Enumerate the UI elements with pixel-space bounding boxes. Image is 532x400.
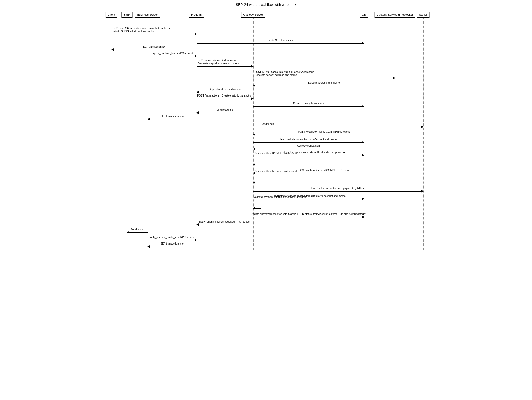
participant-fireblocks: Custody Service (Fireblocks) bbox=[374, 12, 415, 18]
participant-platform: Platform bbox=[189, 12, 204, 18]
participant-business: Business Server bbox=[135, 12, 160, 18]
lifeline-fireblocks bbox=[395, 18, 395, 250]
message-7: Deposit address and memo bbox=[197, 90, 253, 94]
message-26: notify_offchain_funds_sent RPC request bbox=[148, 238, 197, 242]
message-5: POST /v1/vault/accounts/{vaultId}/{asset… bbox=[253, 76, 395, 80]
message-2: SEP transaction ID bbox=[112, 48, 197, 51]
participant-stellar: Stellar bbox=[417, 12, 429, 18]
lifeline-business bbox=[148, 18, 148, 250]
message-0: POST /sep24/transactions/withdrawal/inte… bbox=[112, 32, 197, 36]
lifeline-bank bbox=[127, 18, 127, 250]
message-20: Find Stellar transaction and payment by … bbox=[253, 189, 423, 193]
lifeline-client bbox=[112, 18, 112, 250]
participant-bank: Bank bbox=[121, 12, 132, 18]
participant-client: Client bbox=[105, 12, 117, 18]
lifeline-stellar bbox=[423, 18, 424, 250]
message-8: POST /transactions - Create custody tran… bbox=[197, 97, 253, 100]
sequence-diagram: ClientBankBusiness ServerPlatformCustody… bbox=[104, 9, 428, 254]
participant-custody: Custody Server bbox=[241, 12, 265, 18]
message-15: Custody transaction bbox=[253, 147, 364, 151]
message-24: notify_onchain_funds_received RPC reques… bbox=[197, 223, 253, 227]
diagram-title: SEP-24 withdrawal flow with webhook bbox=[3, 3, 529, 7]
message-27: SEP transaction info bbox=[148, 245, 197, 248]
message-3: request_onchain_funds RPC request bbox=[148, 54, 197, 58]
message-6: Deposit address and memo bbox=[253, 84, 395, 88]
lifeline-platform bbox=[197, 18, 197, 250]
message-1: Create SEP transaction bbox=[197, 41, 364, 45]
message-13: POST /webhook - Send CONFIRMING event bbox=[253, 133, 395, 136]
message-11: SEP transaction info bbox=[148, 117, 197, 121]
message-10: Void response bbox=[197, 111, 253, 115]
message-4: POST /assets/{asset}/addresses - Generat… bbox=[197, 65, 253, 68]
message-25: Send funds bbox=[127, 231, 148, 234]
message-14: Find custody transaction by toAccount an… bbox=[253, 141, 364, 144]
message-23: Update custody transaction with COMPLETE… bbox=[253, 215, 364, 219]
participant-db: DB bbox=[360, 12, 368, 18]
message-9: Create custody transaction bbox=[253, 105, 364, 108]
message-12: Send funds bbox=[112, 125, 423, 129]
